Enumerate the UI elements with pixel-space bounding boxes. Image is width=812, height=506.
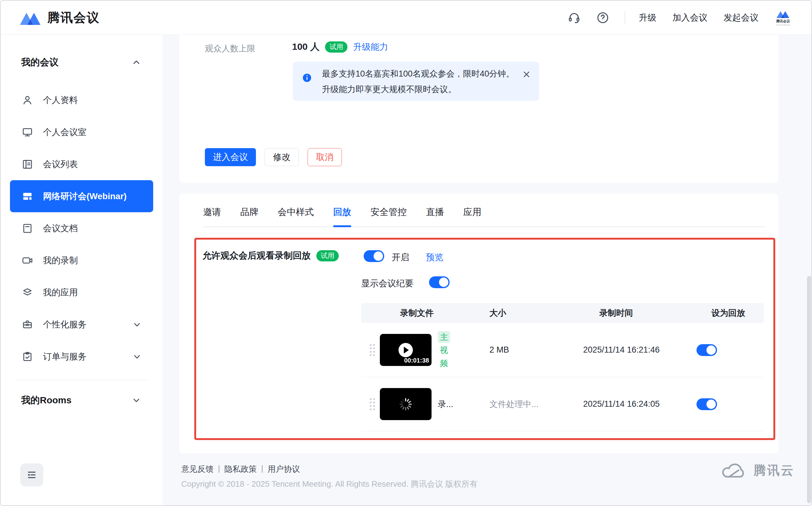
main-video-tag: 主 视 频: [438, 331, 450, 369]
tab-live[interactable]: 直播: [426, 206, 444, 219]
chevron-down-icon: [131, 351, 143, 362]
tab-brand[interactable]: 品牌: [240, 206, 259, 219]
recordings-table: 录制文件 大小 录制时间 设为回放 00:01:38: [361, 303, 764, 431]
sidebar-section-my-meetings[interactable]: 我的会议: [21, 56, 142, 69]
col-record-time: 录制时间: [599, 308, 679, 319]
sidebar-item-profile[interactable]: 个人资料: [10, 84, 153, 116]
table-row: 00:01:38 主 视 频 2 MB 2025/11/14 16:21:46: [361, 323, 764, 377]
video-camera-icon: [21, 254, 33, 267]
tab-security[interactable]: 安全管控: [370, 206, 407, 219]
nav-join-meeting[interactable]: 加入会议: [672, 12, 708, 24]
tencent-cloud-icon: [720, 460, 748, 480]
set-playback-cell: [696, 398, 764, 410]
sidebar-item-meeting-list[interactable]: 会议列表: [10, 148, 153, 180]
col-set-as-playback: 设为回放: [712, 308, 764, 319]
svg-text:Tencent Meeting: Tencent Meeting: [776, 24, 790, 26]
top-header: 腾讯会议 升级 加入会议 发起会议 腾讯会议 Tencent Meeting: [1, 1, 812, 35]
sidebar-item-personal-room[interactable]: 个人会议室: [10, 116, 153, 148]
playback-toggle-state: 开启: [392, 251, 409, 263]
sidebar: 我的会议 个人资料 个人会议室 会议列表 网络研讨会(Webinar): [1, 35, 162, 506]
person-icon: [21, 94, 33, 106]
sidebar-item-orders-services[interactable]: 订单与服务: [10, 340, 153, 372]
sidebar-item-my-apps[interactable]: 我的应用: [10, 276, 153, 309]
set-playback-cell: [696, 344, 764, 356]
webinar-settings-card: 邀请 品牌 会中样式 回放 安全管控 直播 应用 允许观众会后观看录制回放 试用…: [179, 193, 779, 453]
show-summary-label: 显示会议纪要: [361, 277, 414, 289]
video-thumbnail[interactable]: 00:01:38: [380, 334, 432, 366]
set-playback-toggle[interactable]: [696, 398, 717, 410]
sidebar-item-personalized-services[interactable]: 个性化服务: [10, 309, 153, 340]
file-processing-status: 文件处理中...: [490, 399, 575, 410]
headset-support-icon[interactable]: [567, 11, 581, 24]
svg-text:腾讯会议: 腾讯会议: [776, 19, 790, 23]
sidebar-list: 个人资料 个人会议室 会议列表 网络研讨会(Webinar) 会议文档 我的录制: [1, 84, 162, 372]
layers-icon: [21, 286, 33, 299]
col-size: 大小: [490, 308, 575, 319]
modify-button[interactable]: 修改: [265, 148, 299, 166]
record-time: 2025/11/14 16:24:05: [583, 399, 679, 409]
sidebar-item-meeting-docs[interactable]: 会议文档: [10, 212, 153, 244]
footer-links: 意见反馈 | 隐私政策 | 用户协议: [181, 464, 300, 475]
brand-name: 腾讯会议: [47, 9, 100, 26]
settings-tabs: 邀请 品牌 会中样式 回放 安全管控 直播 应用: [203, 206, 766, 227]
clipboard-check-icon: [21, 350, 33, 363]
red-annotation-box: 允许观众会后观看录制回放 试用 开启 预览 显示会议纪要 录制文件 大小 录制时…: [194, 238, 775, 440]
main-content: 观众人数上限 100 人 试用 升级能力 最多支持10名嘉宾和100名观众参会，…: [162, 35, 812, 506]
preview-link[interactable]: 预览: [426, 251, 443, 263]
recording-file-name: 录...: [438, 399, 453, 410]
audience-limit-value: 100 人: [292, 40, 319, 53]
trial-info-banner: 最多支持10名嘉宾和100名观众参会，限时40分钟。 升级能力即享更大规模不限时…: [293, 62, 539, 101]
vertical-scrollbar-thumb[interactable]: [807, 276, 811, 503]
drag-handle-icon[interactable]: [370, 344, 375, 356]
monitor-icon: [21, 126, 33, 139]
close-icon[interactable]: [522, 70, 531, 79]
drag-handle-icon[interactable]: [370, 398, 375, 410]
recording-file-cell: 00:01:38 主 视 频: [361, 331, 479, 369]
header-actions: 升级 加入会议 发起会议 腾讯会议 Tencent Meeting: [567, 6, 793, 29]
trial-info-text: 最多支持10名嘉宾和100名观众参会，限时40分钟。 升级能力即享更大规模不限时…: [322, 66, 514, 97]
list-icon: [21, 158, 33, 171]
sidebar-section-my-rooms[interactable]: 我的Rooms: [21, 388, 142, 413]
corner-app-logo: 腾讯会议 Tencent Meeting: [774, 6, 793, 29]
record-time: 2025/11/14 16:21:46: [583, 345, 679, 355]
user-agreement-link[interactable]: 用户协议: [268, 464, 300, 475]
playback-setting-title: 允许观众会后观看录制回放: [202, 250, 311, 262]
upgrade-capability-link[interactable]: 升级能力: [353, 41, 388, 53]
tab-apps[interactable]: 应用: [463, 206, 482, 219]
tab-in-meeting-style[interactable]: 会中样式: [278, 206, 314, 219]
play-icon[interactable]: [398, 343, 413, 357]
tab-invite[interactable]: 邀请: [203, 206, 221, 219]
playback-toggle[interactable]: [364, 250, 384, 262]
chevron-up-icon: [131, 57, 142, 68]
my-rooms-label: 我的Rooms: [21, 394, 72, 407]
privacy-policy-link[interactable]: 隐私政策: [224, 464, 257, 475]
nav-start-meeting[interactable]: 发起会议: [724, 12, 758, 24]
tab-playback[interactable]: 回放: [333, 206, 351, 219]
collapse-sidebar-button[interactable]: [20, 463, 43, 486]
sidebar-item-my-recordings[interactable]: 我的录制: [10, 244, 153, 276]
col-recording-file: 录制文件: [400, 308, 479, 319]
loading-spinner-icon: [398, 397, 413, 412]
playback-setting-title-row: 允许观众会后观看录制回放 试用: [202, 250, 339, 262]
enter-meeting-button[interactable]: 进入会议: [205, 148, 256, 166]
brand[interactable]: 腾讯会议: [19, 9, 100, 26]
audience-limit-row: 100 人 试用 升级能力: [292, 40, 388, 53]
feedback-link[interactable]: 意见反馈: [181, 464, 214, 475]
collapse-sidebar-icon: [25, 469, 38, 481]
file-size: 2 MB: [490, 345, 575, 355]
help-icon[interactable]: [596, 11, 610, 24]
recording-file-cell: 录...: [361, 388, 479, 420]
header-divider: [624, 11, 625, 24]
sidebar-item-webinar[interactable]: 网络研讨会(Webinar): [10, 180, 153, 212]
tencent-meeting-logo-icon: [19, 9, 41, 26]
show-summary-toggle[interactable]: [429, 276, 450, 288]
tencent-meeting-window: 腾讯会议 升级 加入会议 发起会议 腾讯会议 Tencent Meeting: [0, 0, 812, 506]
processing-thumbnail: [380, 388, 432, 420]
briefcase-icon: [21, 318, 33, 331]
document-icon: [21, 222, 33, 235]
chevron-down-icon: [131, 395, 142, 406]
cancel-button[interactable]: 取消: [308, 148, 342, 166]
trial-badge: 试用: [316, 250, 339, 261]
nav-upgrade[interactable]: 升级: [639, 12, 656, 24]
set-playback-toggle[interactable]: [696, 344, 717, 356]
